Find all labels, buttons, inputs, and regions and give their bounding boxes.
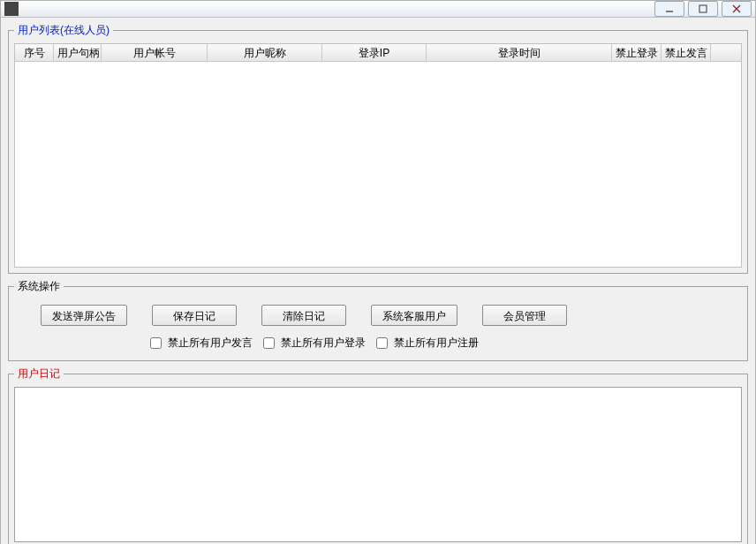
user-list-legend: 用户列表(在线人员) [14,23,113,38]
mute-all-label[interactable]: 禁止所有用户发言 [147,335,253,351]
diary-textarea[interactable] [14,387,742,542]
minimize-icon [665,4,674,13]
nologin-all-label[interactable]: 禁止所有用户登录 [260,335,366,351]
col-ban-login[interactable]: 禁止登录 [612,44,662,61]
noreg-all-label[interactable]: 禁止所有用户注册 [373,335,479,351]
col-login-ip[interactable]: 登录IP [322,44,427,61]
mute-all-text: 禁止所有用户发言 [168,336,253,351]
ops-checks-row: 禁止所有用户发言 禁止所有用户登录 禁止所有用户注册 [14,333,742,355]
announce-button[interactable]: 发送弹屏公告 [41,305,127,326]
table-header-row: 序号 用户句柄 用户帐号 用户昵称 登录IP 登录时间 禁止登录 禁止发言 [15,44,741,62]
user-table[interactable]: 序号 用户句柄 用户帐号 用户昵称 登录IP 登录时间 禁止登录 禁止发言 [14,43,742,268]
col-nickname[interactable]: 用户昵称 [208,44,322,61]
minimize-button[interactable] [654,1,684,17]
table-body [15,62,741,267]
maximize-button[interactable] [688,1,718,17]
close-icon [732,4,741,13]
col-account[interactable]: 用户帐号 [102,44,208,61]
noreg-all-text: 禁止所有用户注册 [394,336,479,351]
ops-button-row: 发送弹屏公告 保存日记 清除日记 系统客服用户 会员管理 [14,299,742,333]
close-button[interactable] [722,1,752,17]
nologin-all-text: 禁止所有用户登录 [281,336,366,351]
col-handle[interactable]: 用户句柄 [54,44,102,61]
save-diary-button[interactable]: 保存日记 [152,305,237,326]
system-ops-legend: 系统操作 [14,279,64,294]
col-index[interactable]: 序号 [15,44,54,61]
app-window: 用户列表(在线人员) 序号 用户句柄 用户帐号 用户昵称 登录IP 登录时间 禁… [0,0,756,544]
nologin-all-checkbox[interactable] [263,337,275,349]
noreg-all-checkbox[interactable] [376,337,388,349]
app-icon [4,2,19,16]
col-login-time[interactable]: 登录时间 [427,44,612,61]
svg-rect-1 [699,5,707,12]
col-ban-speak[interactable]: 禁止发言 [662,44,711,61]
maximize-icon [699,4,707,13]
col-tail [711,44,741,61]
client-area: 用户列表(在线人员) 序号 用户句柄 用户帐号 用户昵称 登录IP 登录时间 禁… [1,18,755,544]
user-list-group: 用户列表(在线人员) 序号 用户句柄 用户帐号 用户昵称 登录IP 登录时间 禁… [8,23,748,274]
kf-user-button[interactable]: 系统客服用户 [371,305,457,326]
mute-all-checkbox[interactable] [150,337,162,349]
user-diary-group: 用户日记 [8,366,748,544]
titlebar [1,1,755,18]
clear-diary-button[interactable]: 清除日记 [261,305,346,326]
member-mgmt-button[interactable]: 会员管理 [482,305,567,326]
user-diary-legend: 用户日记 [14,366,64,382]
window-controls [654,1,752,17]
system-ops-group: 系统操作 发送弹屏公告 保存日记 清除日记 系统客服用户 会员管理 禁止所有用户… [8,279,748,361]
